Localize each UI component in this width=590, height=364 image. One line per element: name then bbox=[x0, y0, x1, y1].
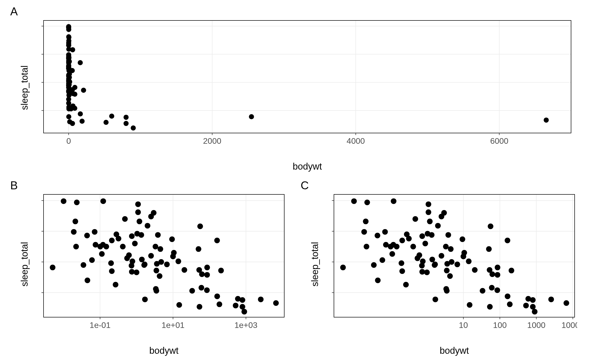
data-point bbox=[132, 241, 138, 246]
data-point bbox=[122, 216, 128, 222]
data-point bbox=[361, 229, 367, 235]
svg-rect-8 bbox=[44, 20, 571, 133]
svg-rect-55 bbox=[334, 194, 575, 317]
data-point bbox=[148, 214, 154, 219]
data-point bbox=[70, 121, 75, 126]
data-point bbox=[92, 229, 98, 235]
data-point bbox=[66, 101, 71, 106]
data-point bbox=[480, 288, 485, 294]
data-point bbox=[81, 88, 86, 93]
data-point bbox=[196, 246, 201, 252]
data-point bbox=[425, 231, 430, 237]
data-point bbox=[123, 121, 129, 126]
data-point bbox=[78, 60, 83, 65]
data-point bbox=[89, 257, 95, 263]
data-point bbox=[375, 278, 381, 283]
data-point bbox=[273, 300, 279, 306]
data-point bbox=[80, 119, 85, 124]
scatter-plot-a: 02000400060005101520 bbox=[41, 18, 574, 151]
data-point bbox=[507, 302, 513, 307]
panel-c-label: C bbox=[301, 179, 309, 192]
data-point bbox=[135, 209, 141, 215]
data-point bbox=[461, 250, 467, 256]
data-point bbox=[419, 269, 425, 274]
panel-c: C sleep_total 101001000100005101520 body… bbox=[301, 179, 580, 358]
data-point bbox=[426, 209, 431, 215]
data-point bbox=[406, 236, 412, 241]
panel-b: B sleep_total 1e-011e+011e+035101520 bod… bbox=[10, 179, 289, 358]
data-point bbox=[399, 268, 405, 274]
scatter-plot-b: 1e-011e+011e+035101520 bbox=[41, 192, 287, 335]
data-point bbox=[99, 251, 105, 257]
data-point bbox=[389, 251, 395, 257]
data-point bbox=[364, 200, 370, 205]
data-point bbox=[489, 285, 494, 291]
data-point bbox=[433, 296, 438, 302]
data-point bbox=[176, 302, 182, 308]
data-point bbox=[113, 282, 118, 288]
data-point bbox=[175, 259, 181, 264]
data-point bbox=[488, 224, 493, 229]
data-point bbox=[197, 224, 203, 229]
data-point bbox=[467, 302, 472, 308]
data-point bbox=[66, 38, 71, 43]
data-point bbox=[460, 236, 465, 242]
axis-y-label-b: sleep_total bbox=[19, 242, 30, 286]
data-point bbox=[157, 273, 162, 279]
data-point bbox=[148, 253, 154, 259]
data-point bbox=[50, 265, 55, 270]
data-point bbox=[139, 257, 145, 262]
svg-rect-32 bbox=[44, 194, 284, 317]
data-point bbox=[258, 296, 264, 302]
chart-page: A sleep_total 02000400060005101520 bodyw… bbox=[0, 0, 590, 364]
svg-text:1e+01: 1e+01 bbox=[162, 321, 185, 330]
svg-text:10000: 10000 bbox=[561, 321, 577, 330]
data-point bbox=[486, 246, 492, 252]
axis-x-label-b: bodywt bbox=[41, 345, 287, 356]
data-point bbox=[509, 268, 514, 273]
svg-text:2000: 2000 bbox=[203, 136, 221, 146]
data-point bbox=[66, 43, 71, 48]
data-point bbox=[145, 223, 150, 228]
data-point bbox=[423, 241, 428, 246]
data-point bbox=[382, 229, 388, 235]
data-point bbox=[182, 267, 187, 273]
data-point bbox=[198, 285, 204, 291]
axis-x-label-c: bodywt bbox=[331, 345, 577, 356]
svg-text:1e-01: 1e-01 bbox=[90, 321, 111, 330]
data-point bbox=[157, 246, 163, 252]
data-point bbox=[81, 262, 86, 268]
data-point bbox=[108, 260, 114, 266]
data-point bbox=[466, 259, 471, 264]
data-point bbox=[142, 262, 148, 267]
data-point bbox=[429, 257, 435, 262]
data-point bbox=[530, 304, 536, 310]
data-point bbox=[399, 260, 404, 266]
data-point bbox=[375, 233, 380, 238]
data-point bbox=[495, 272, 500, 278]
data-point bbox=[109, 268, 115, 274]
data-point bbox=[66, 82, 71, 87]
data-point bbox=[84, 233, 90, 238]
data-point bbox=[136, 219, 142, 224]
svg-text:4000: 4000 bbox=[347, 136, 365, 146]
data-point bbox=[391, 198, 396, 204]
data-point bbox=[447, 273, 453, 279]
data-point bbox=[455, 262, 460, 267]
data-point bbox=[439, 253, 444, 259]
data-point bbox=[204, 272, 210, 278]
data-point bbox=[129, 233, 135, 239]
data-point bbox=[383, 242, 389, 248]
svg-text:1000: 1000 bbox=[527, 321, 545, 330]
data-point bbox=[363, 219, 368, 224]
data-point bbox=[129, 269, 135, 274]
svg-text:0: 0 bbox=[66, 136, 71, 146]
data-point bbox=[155, 232, 161, 238]
data-point bbox=[66, 74, 71, 79]
panel-b-label: B bbox=[10, 179, 18, 192]
data-point bbox=[241, 309, 247, 314]
svg-text:10: 10 bbox=[459, 321, 468, 330]
panel-a-label: A bbox=[10, 5, 18, 18]
data-point bbox=[240, 297, 245, 303]
data-point bbox=[164, 262, 170, 267]
